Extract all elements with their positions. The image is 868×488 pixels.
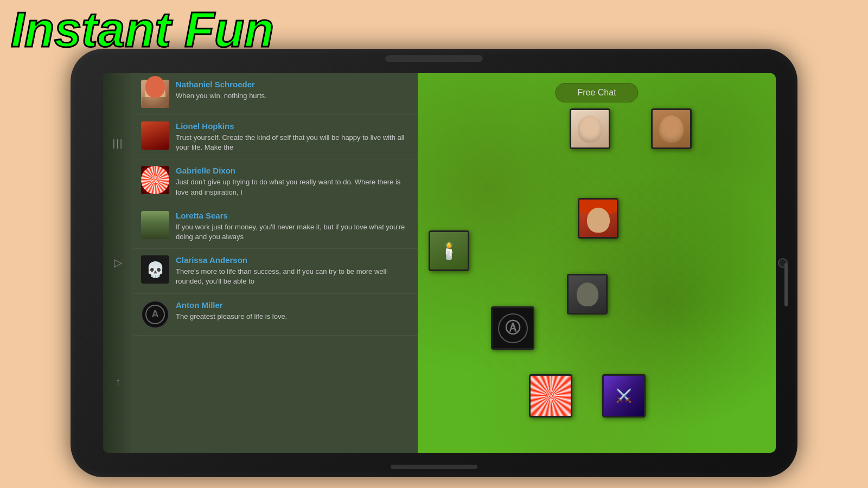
chat-item-gabrielle[interactable]: Gabrielle Dixon Just don't give up tryin… [133, 159, 418, 204]
chat-item-lionel[interactable]: Lionel Hopkins Trust yourself. Create th… [133, 115, 418, 159]
chat-item-nathaniel[interactable]: Nathaniel Schroeder When you win, nothin… [133, 73, 418, 115]
chat-name-anton: Anton Miller [176, 300, 410, 310]
avatar-anton: A [141, 300, 169, 329]
chat-info-anton: Anton Miller The greatest pleasure of li… [176, 300, 410, 322]
phone-bottom-bar [391, 465, 477, 469]
nav-icon-forward[interactable]: ▷ [114, 256, 122, 269]
map-avatar-8[interactable]: ⚔️ [602, 374, 646, 418]
chat-list-panel: Nathaniel Schroeder When you win, nothin… [103, 73, 418, 453]
chat-message-clarissa: There's more to life than success, and i… [176, 267, 410, 286]
phone-frame: ||| ▷ ↑ Nathaniel Schroeder When you win… [71, 49, 797, 477]
map-avatar-5[interactable] [567, 274, 608, 314]
chat-name-loretta: Loretta Sears [176, 211, 410, 220]
map-avatar-3[interactable] [578, 198, 618, 239]
chat-name-gabrielle: Gabrielle Dixon [176, 166, 410, 175]
free-chat-button[interactable]: Free Chat [555, 83, 638, 102]
chat-message-nathaniel: When you win, nothing hurts. [176, 91, 410, 101]
chat-info-lionel: Lionel Hopkins Trust yourself. Create th… [176, 121, 410, 152]
chat-message-gabrielle: Just don't give up trying to do what you… [176, 177, 410, 197]
chat-info-loretta: Loretta Sears If you work just for money… [176, 211, 410, 242]
nav-icon-bars[interactable]: ||| [112, 138, 123, 149]
chat-info-clarissa: Clarissa Anderson There's more to life t… [176, 255, 410, 286]
chat-info-nathaniel: Nathaniel Schroeder When you win, nothin… [176, 80, 410, 101]
map-avatar-7[interactable] [529, 374, 572, 418]
chat-message-anton: The greatest pleasure of life is love. [176, 312, 410, 322]
chat-item-anton[interactable]: A Anton Miller The greatest pleasure of … [133, 294, 418, 336]
chat-message-lionel: Trust yourself. Create the kind of self … [176, 133, 410, 152]
avatar-loretta [141, 211, 169, 239]
map-avatar-1[interactable] [570, 108, 610, 149]
avatar-gabrielle [141, 166, 169, 194]
avatar-clarissa: 💀 [141, 255, 169, 284]
avatar-lionel [141, 121, 169, 150]
chat-name-clarissa: Clarissa Anderson [176, 255, 410, 265]
chat-item-loretta[interactable]: Loretta Sears If you work just for money… [133, 204, 418, 249]
map-panel[interactable]: Free Chat [418, 73, 776, 453]
app-title: Instant Fun [11, 5, 274, 54]
chat-info-gabrielle: Gabrielle Dixon Just don't give up tryin… [176, 166, 410, 197]
phone-side-button-right[interactable] [784, 263, 788, 306]
chat-message-loretta: If you work just for money, you'll never… [176, 222, 410, 242]
map-avatar-2[interactable] [651, 108, 692, 149]
map-avatar-4[interactable]: 🕯️ [429, 230, 469, 271]
map-avatar-6[interactable]: Ⓐ [491, 306, 534, 350]
chat-name-lionel: Lionel Hopkins [176, 121, 410, 131]
phone-top-bar [385, 55, 483, 62]
nav-icon-up[interactable]: ↑ [116, 376, 121, 388]
phone-screen: ||| ▷ ↑ Nathaniel Schroeder When you win… [103, 73, 776, 453]
chat-name-nathaniel: Nathaniel Schroeder [176, 80, 410, 89]
chat-item-clarissa[interactable]: 💀 Clarissa Anderson There's more to life… [133, 249, 418, 293]
